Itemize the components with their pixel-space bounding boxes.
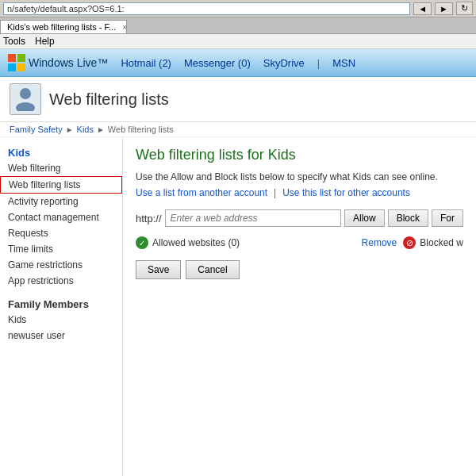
allow-button[interactable]: Allow xyxy=(344,209,385,227)
sidebar-item-newuser[interactable]: newuser user xyxy=(0,328,122,344)
wl-nav: Hotmail (2) Messenger (0) SkyDrive | MSN xyxy=(121,57,355,69)
sidebar: Kids Web filtering Web filtering lists A… xyxy=(0,137,123,476)
blocked-label: ⊘ Blocked w xyxy=(403,236,463,249)
breadcrumb-root[interactable]: Family Safety xyxy=(10,125,63,134)
wl-logo-icon xyxy=(8,54,25,71)
tab-bar: Kids's web filtering lists - F... × xyxy=(0,17,476,34)
sidebar-item-activity-reporting[interactable]: Activity reporting xyxy=(0,194,122,209)
blocked-text: Blocked w xyxy=(420,237,463,248)
sidebar-item-contact-management[interactable]: Contact management xyxy=(0,209,122,225)
wl-logo-text: Windows Live™ xyxy=(29,56,108,69)
sidebar-family-section: Family Members xyxy=(0,295,122,312)
sidebar-section-kids[interactable]: Kids xyxy=(0,144,122,160)
sidebar-item-kids[interactable]: Kids xyxy=(0,312,122,328)
block-button[interactable]: Block xyxy=(388,209,428,227)
browser-bar: ◄ ► ↻ xyxy=(0,0,476,17)
wl-msn-link[interactable]: MSN xyxy=(332,57,355,69)
for-button[interactable]: For xyxy=(432,209,463,227)
svg-rect-1 xyxy=(17,54,25,62)
check-icon: ✓ xyxy=(136,236,148,249)
page-icon xyxy=(10,83,41,115)
browser-forward[interactable]: ► xyxy=(435,2,453,15)
browser-back[interactable]: ◄ xyxy=(413,2,432,15)
content-description: Use the Allow and Block lists below to s… xyxy=(136,171,463,182)
save-button[interactable]: Save xyxy=(136,260,181,279)
wl-sep: | xyxy=(317,57,320,69)
svg-point-4 xyxy=(20,88,31,99)
sidebar-item-game-restrictions[interactable]: Game restrictions xyxy=(0,257,122,273)
browser-refresh[interactable]: ↻ xyxy=(456,2,473,15)
tab-close-icon[interactable]: × xyxy=(122,23,127,32)
sidebar-item-requests[interactable]: Requests xyxy=(0,225,122,241)
list-row: ✓ Allowed websites (0) Remove ⊘ Blocked … xyxy=(136,236,463,249)
sidebar-item-time-limits[interactable]: Time limits xyxy=(0,241,122,257)
url-input-row: http:// Allow Block For xyxy=(136,209,463,227)
link-another-account[interactable]: Use a list from another account xyxy=(136,187,267,198)
menu-bar: Tools Help xyxy=(0,34,476,49)
page-header: Web filtering lists xyxy=(0,77,476,122)
content-links: Use a list from another account | Use th… xyxy=(136,187,463,198)
link-other-accounts[interactable]: Use this list for other accounts xyxy=(282,187,410,198)
menu-help[interactable]: Help xyxy=(35,36,55,47)
allowed-text: Allowed websites (0) xyxy=(152,237,240,248)
url-prefix-label: http:// xyxy=(136,213,162,225)
sidebar-item-web-filtering[interactable]: Web filtering xyxy=(0,160,122,176)
page-title: Web filtering lists xyxy=(49,90,169,109)
content-title: Web filtering lists for Kids xyxy=(136,147,463,163)
sidebar-item-app-restrictions[interactable]: App restrictions xyxy=(0,273,122,289)
allowed-label: ✓ Allowed websites (0) xyxy=(136,236,355,249)
link-separator: | xyxy=(274,187,276,198)
windows-live-header: Windows Live™ Hotmail (2) Messenger (0) … xyxy=(0,49,476,77)
url-input[interactable] xyxy=(165,209,341,227)
svg-point-5 xyxy=(16,102,35,111)
breadcrumb: Family Safety ► Kids ► Web filtering lis… xyxy=(0,122,476,137)
breadcrumb-arrow1: ► xyxy=(66,125,74,134)
wl-messenger-link[interactable]: Messenger (0) xyxy=(184,57,251,69)
svg-rect-3 xyxy=(17,63,25,71)
family-safety-svg xyxy=(14,87,36,111)
tab-main[interactable]: Kids's web filtering lists - F... × xyxy=(0,20,127,33)
breadcrumb-child[interactable]: Kids xyxy=(77,125,94,134)
menu-tools[interactable]: Tools xyxy=(3,36,25,47)
svg-rect-2 xyxy=(8,63,16,71)
remove-button[interactable]: Remove xyxy=(362,237,397,248)
wl-logo: Windows Live™ xyxy=(8,54,108,71)
block-icon: ⊘ xyxy=(403,236,416,249)
action-row: Save Cancel xyxy=(136,260,463,279)
main-layout: Kids Web filtering Web filtering lists A… xyxy=(0,137,476,476)
breadcrumb-arrow2: ► xyxy=(97,125,105,134)
tab-main-label: Kids's web filtering lists - F... xyxy=(7,22,116,32)
cancel-button[interactable]: Cancel xyxy=(186,260,239,279)
breadcrumb-current: Web filtering lists xyxy=(108,125,174,134)
sidebar-divider xyxy=(0,289,122,295)
address-bar[interactable] xyxy=(3,2,410,15)
content-area: Web filtering lists for Kids Use the All… xyxy=(123,137,476,476)
svg-rect-0 xyxy=(8,54,16,62)
wl-skydrive-link[interactable]: SkyDrive xyxy=(263,57,305,69)
wl-hotmail-link[interactable]: Hotmail (2) xyxy=(121,57,171,69)
sidebar-item-web-filtering-lists[interactable]: Web filtering lists xyxy=(0,176,122,194)
